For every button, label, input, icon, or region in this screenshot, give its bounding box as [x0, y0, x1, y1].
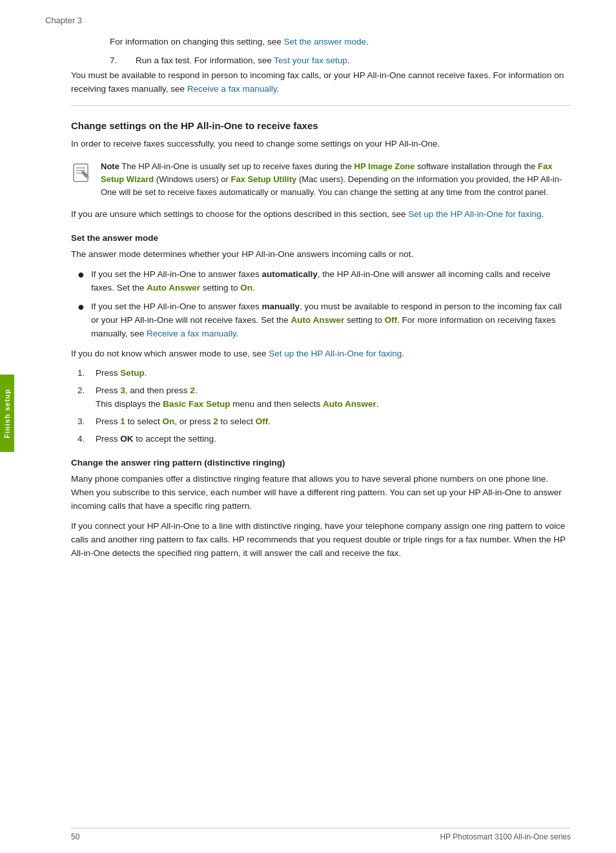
off-link-1[interactable]: Off	[385, 315, 398, 325]
mode-footer: If you do not know which answer mode to …	[71, 347, 571, 361]
answer-mode-intro: The answer mode determines whether your …	[71, 248, 571, 262]
step2-num: 2.	[77, 384, 90, 411]
intro-end1: .	[366, 37, 369, 46]
note-box: Note The HP All-in-One is usually set up…	[71, 160, 571, 199]
bullet-content-2: If you set the HP All-in-One to answer f…	[91, 300, 571, 341]
note-content: Note The HP All-in-One is usually set up…	[101, 160, 571, 199]
step-1: 1. Press Setup.	[77, 367, 571, 380]
main-content: For information on changing this setting…	[71, 0, 571, 560]
section-intro: In order to receive faxes successfully, …	[71, 138, 571, 151]
step3-num: 3.	[77, 415, 90, 429]
ring-para-2: If you connect your HP All-in-One to a l…	[71, 520, 571, 560]
step-2: 2. Press 3, and then press 2. This displ…	[77, 384, 571, 411]
manually-bold: manually	[262, 302, 300, 311]
press-2-link[interactable]: 2	[190, 385, 195, 395]
bullet-item-2: ● If you set the HP All-in-One to answer…	[77, 300, 571, 341]
auto-answer-link-2[interactable]: Auto Answer	[291, 315, 345, 325]
intro-text1: For information on changing this setting…	[110, 37, 283, 46]
step3-content: Press 1 to select On, or press 2 to sele…	[96, 415, 571, 429]
intro-para1: For information on changing this setting…	[110, 36, 571, 49]
step2-content: Press 3, and then press 2. This displays…	[96, 384, 571, 411]
off-link-2[interactable]: Off	[256, 416, 269, 426]
note-label: Note	[101, 161, 119, 171]
auto-answer-link-3[interactable]: Auto Answer	[323, 399, 376, 409]
receive-fax-manually-link-1[interactable]: Receive a fax manually	[187, 84, 277, 94]
step4-num: 4.	[77, 433, 90, 446]
ok-bold: OK	[120, 434, 133, 444]
sub-heading-answer-mode: Set the answer mode	[71, 233, 571, 243]
bullet-content-1: If you set the HP All-in-One to answer f…	[91, 268, 571, 295]
on-link-2[interactable]: On	[163, 416, 175, 426]
bullet-dot-2: ●	[77, 300, 85, 341]
basic-fax-setup-link[interactable]: Basic Fax Setup	[163, 399, 230, 409]
press-2b-link[interactable]: 2	[213, 416, 218, 426]
section-heading: Change settings on the HP All-in-One to …	[71, 120, 571, 131]
press-3-link[interactable]: 3	[120, 385, 125, 395]
setup-hp-faxing-link-2[interactable]: Set up the HP All-in-One for faxing	[269, 349, 402, 358]
press-1-link[interactable]: 1	[120, 416, 125, 426]
steps-list: 1. Press Setup. 2. Press 3, and then pre…	[77, 367, 571, 446]
side-tab: Finish setup	[0, 375, 14, 452]
side-tab-label: Finish setup	[3, 389, 11, 438]
set-answer-mode-link[interactable]: Set the answer mode	[283, 37, 366, 46]
bullet-list: ● If you set the HP All-in-One to answer…	[77, 268, 571, 341]
chapter-label: Chapter 3	[45, 15, 82, 25]
step1-content: Press Setup.	[96, 367, 571, 380]
auto-answer-link-1[interactable]: Auto Answer	[147, 283, 200, 293]
step7-num: 7.	[110, 56, 136, 65]
step7-content: Run a fax test. For information, see Tes…	[136, 56, 571, 65]
bullet-item-1: ● If you set the HP All-in-One to answer…	[77, 268, 571, 295]
footer-product: HP Photosmart 3100 All-in-One series	[440, 832, 571, 841]
footer-page-number: 50	[71, 832, 79, 841]
sub-heading-ring-pattern: Change the answer ring pattern (distinct…	[71, 458, 571, 468]
setup-hp-faxing-link-1[interactable]: Set up the HP All-in-One for faxing	[408, 209, 541, 219]
hp-image-zone-link[interactable]: HP Image Zone	[354, 161, 415, 171]
step-4: 4. Press OK to accept the setting.	[77, 433, 571, 446]
step-3: 3. Press 1 to select On, or press 2 to s…	[77, 415, 571, 429]
footer: 50 HP Photosmart 3100 All-in-One series	[71, 828, 571, 841]
receive-fax-manually-link-2[interactable]: Receive a fax manually	[147, 329, 236, 338]
fax-setup-utility-link[interactable]: Fax Setup Utility	[231, 174, 296, 184]
para2: You must be available to respond in pers…	[71, 69, 571, 96]
unsure-para: If you are unsure which settings to choo…	[71, 208, 571, 221]
test-fax-setup-link[interactable]: Test your fax setup	[274, 56, 347, 65]
ring-para-1: Many phone companies offer a distinctive…	[71, 473, 571, 513]
on-link-1[interactable]: On	[240, 283, 252, 293]
step-7: 7. Run a fax test. For information, see …	[110, 56, 571, 65]
bullet-dot-1: ●	[77, 268, 85, 295]
step1-num: 1.	[77, 367, 90, 380]
note-icon	[71, 161, 94, 185]
step4-content: Press OK to accept the setting.	[96, 433, 571, 446]
setup-link[interactable]: Setup	[120, 368, 145, 378]
auto-bold-1: automatically	[262, 269, 318, 279]
